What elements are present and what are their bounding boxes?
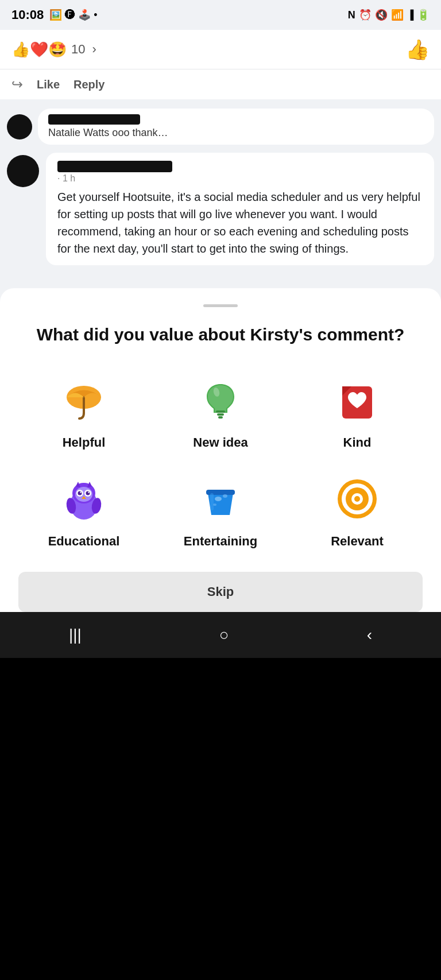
status-right-icons: N ⏰ 🔇 📶 ▐ 🔋 <box>348 9 430 21</box>
wow-emoji: 🤩 <box>48 41 67 59</box>
option-new-idea[interactable]: New idea <box>155 369 286 456</box>
alarm-icon: ⏰ <box>359 9 372 21</box>
wifi-icon: 📶 <box>391 9 404 21</box>
svg-point-14 <box>78 491 82 495</box>
nfc-icon: N <box>348 9 355 21</box>
svg-rect-25 <box>210 493 214 510</box>
comment-row-2: · 1 h Get yourself Hootsuite, it's a soc… <box>7 153 434 265</box>
heart-emoji: ❤️ <box>30 41 48 59</box>
svg-point-16 <box>80 491 81 493</box>
reactions-left: 👍 ❤️ 🤩 10 › <box>11 41 96 59</box>
like-emoji: 👍 <box>11 41 30 59</box>
reply-icon: ↩ <box>11 76 23 92</box>
sheet-handle <box>203 304 238 307</box>
nav-recents-button[interactable]: ‹ <box>367 626 372 644</box>
kind-icon <box>331 374 383 426</box>
censored-name-2 <box>57 161 172 172</box>
reaction-emojis: 👍 ❤️ 🤩 <box>11 41 67 59</box>
new-idea-label: New idea <box>193 435 247 450</box>
bottom-nav: ||| ○ ‹ <box>0 612 441 658</box>
option-entertaining[interactable]: Entertaining <box>155 467 286 555</box>
thumbs-up-button[interactable]: 👍 <box>405 38 430 61</box>
relevant-label: Relevant <box>331 534 384 549</box>
entertaining-label: Entertaining <box>184 534 257 549</box>
nav-home-button[interactable]: ○ <box>219 626 229 644</box>
facebook-area: 👍 ❤️ 🤩 10 › 👍 ↩ Like Reply Natalie Watts… <box>0 30 441 612</box>
option-educational[interactable]: Educational <box>18 467 149 555</box>
reactions-chevron[interactable]: › <box>92 42 96 57</box>
svg-point-22 <box>215 497 222 501</box>
svg-rect-4 <box>218 416 223 419</box>
options-grid: Helpful <box>18 369 423 555</box>
educational-label: Educational <box>48 534 120 549</box>
comment-text: Get yourself Hootsuite, it's a social me… <box>57 188 423 257</box>
reactions-bar: 👍 ❤️ 🤩 10 › 👍 <box>0 30 441 69</box>
reply-button[interactable]: Reply <box>74 78 105 91</box>
svg-point-17 <box>88 491 89 493</box>
avatar-censored-1 <box>7 114 32 140</box>
mute-icon: 🔇 <box>375 9 388 21</box>
comment-time: · 1 h <box>57 173 423 184</box>
reaction-count: 10 <box>71 42 85 57</box>
notification-icons: 🖼️ 🅕 🕹️ • <box>49 9 97 21</box>
signal-icon: ▐ <box>407 10 413 20</box>
sheet-title: What did you value about Kirsty's commen… <box>18 323 423 346</box>
option-relevant[interactable]: Relevant <box>292 467 423 555</box>
svg-rect-2 <box>216 410 225 413</box>
battery-icon: 🔋 <box>417 9 430 21</box>
comment-bubble-1: Natalie Watts ooo thank… <box>38 109 434 145</box>
option-kind[interactable]: Kind <box>292 369 423 456</box>
comment-row-1: Natalie Watts ooo thank… <box>7 109 434 145</box>
like-button[interactable]: Like <box>37 78 60 91</box>
censored-name-1 <box>48 114 140 125</box>
status-bar: 10:08 🖼️ 🅕 🕹️ • N ⏰ 🔇 📶 ▐ 🔋 <box>0 0 441 30</box>
svg-point-23 <box>223 494 227 498</box>
new-idea-icon <box>195 374 246 426</box>
status-time: 10:08 <box>11 7 44 22</box>
comment-actions: ↩ Like Reply <box>0 69 441 99</box>
helpful-icon <box>58 374 110 426</box>
helpful-label: Helpful <box>63 435 106 450</box>
svg-rect-3 <box>217 413 224 416</box>
educational-icon <box>58 473 110 525</box>
comments-section: Natalie Watts ooo thank… · 1 h Get yours… <box>0 99 441 274</box>
entertaining-icon <box>195 473 246 525</box>
relevant-icon <box>331 473 383 525</box>
kind-label: Kind <box>343 435 372 450</box>
option-helpful[interactable]: Helpful <box>18 369 149 456</box>
bottom-sheet: What did you value about Kirsty's commen… <box>0 288 441 612</box>
skip-button[interactable]: Skip <box>18 572 423 612</box>
comment-preview-1: Natalie Watts ooo thank… <box>48 127 168 138</box>
avatar-main <box>7 155 39 187</box>
svg-point-15 <box>86 491 90 495</box>
nav-back-button[interactable]: ||| <box>69 626 82 644</box>
svg-point-30 <box>354 496 360 502</box>
comment-bubble-2: · 1 h Get yourself Hootsuite, it's a soc… <box>46 153 434 265</box>
